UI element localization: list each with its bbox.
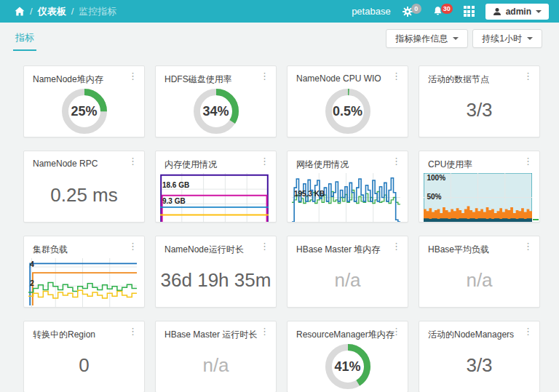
series-load-1m: [30, 263, 137, 305]
card-body: 0.25 ms: [24, 169, 144, 222]
chart-annotation: 195.3 KB: [294, 190, 325, 198]
metric-value: n/a: [202, 354, 229, 377]
card-body: n/a: [419, 254, 539, 307]
admin-menu-button[interactable]: admin: [485, 4, 549, 20]
apps-grid-button[interactable]: [464, 6, 475, 17]
card-menu-button[interactable]: ⋮: [523, 156, 533, 166]
card-menu-button[interactable]: ⋮: [392, 156, 401, 166]
card-title: NameNode CPU WIO: [296, 73, 381, 84]
duration-dropdown-button[interactable]: 持续1小时: [472, 29, 542, 48]
gauge-value: 41%: [325, 343, 371, 390]
card-body: 0: [24, 339, 144, 392]
card-regions-in-transition: 转换中的Region⋮0: [23, 321, 145, 392]
home-icon-glyph: [15, 7, 25, 16]
duration-label: 持续1小时: [482, 33, 522, 45]
card-hbase-master-uptime: HBase Master 运行时长⋮n/a: [155, 321, 277, 392]
toolbar-buttons: 指标操作信息 持续1小时: [386, 29, 542, 48]
chart-annotation: 4: [30, 260, 34, 268]
card-menu-button[interactable]: ⋮: [128, 156, 138, 166]
chevron-down-icon: [536, 10, 542, 13]
breadcrumb-separator: /: [30, 6, 33, 17]
card-active-nodemanagers: 活动的NodeManagers⋮3/3: [419, 321, 540, 392]
chart-annotation: 50%: [427, 193, 441, 201]
card-hbase-avg-load: HBase平均负载⋮n/a: [419, 236, 540, 308]
metric-value: 36d 19h 35m: [161, 269, 271, 292]
app-header: / 仪表板 / 监控指标 petabase 0: [0, 0, 559, 23]
card-body: n/a: [156, 339, 276, 392]
cards-grid: NameNode堆内存⋮25%HDFS磁盘使用率⋮34%NameNode CPU…: [23, 65, 540, 392]
card-hdfs-disk-usage: HDFS磁盘使用率⋮34%: [155, 65, 277, 137]
card-title: NameNode RPC: [33, 159, 98, 169]
gauge-namenode-heap: 25%: [61, 88, 108, 135]
mini-chart-svg: [28, 258, 137, 307]
notifications-bell-button[interactable]: 30: [432, 6, 453, 17]
card-cpu-usage: CPU使用率⋮100%50%: [419, 151, 540, 223]
gauge-resourcemanager-heap: 41%: [325, 343, 371, 390]
gauge-hdfs-disk-usage: 34%: [193, 88, 239, 135]
card-body: 3/3: [419, 84, 539, 137]
metric-actions-label: 指标操作信息: [395, 33, 448, 45]
header-right: petabase 0 30: [352, 4, 549, 20]
chart-annotation: 100%: [427, 174, 445, 182]
card-namenode-rpc: NameNode RPC⋮0.25 ms: [23, 151, 145, 223]
card-menu-button[interactable]: ⋮: [392, 241, 401, 251]
breadcrumb-dashboard-link[interactable]: 仪表板: [38, 5, 66, 18]
card-body: 0.5%: [288, 84, 408, 137]
card-menu-button[interactable]: ⋮: [392, 327, 401, 336]
card-menu-button[interactable]: ⋮: [128, 71, 138, 81]
breadcrumb-current-page: 监控指标: [79, 5, 116, 18]
chart-edge-tick: [533, 219, 539, 220]
card-menu-button[interactable]: ⋮: [523, 327, 533, 336]
breadcrumb-separator: /: [71, 6, 74, 17]
series-system: [424, 218, 532, 222]
gauge-value: 25%: [61, 88, 108, 135]
home-icon[interactable]: [15, 7, 25, 16]
metric-value: n/a: [466, 269, 492, 292]
card-menu-button[interactable]: ⋮: [260, 327, 269, 336]
metric-actions-dropdown-button[interactable]: 指标操作信息: [386, 29, 468, 48]
card-memory-usage: 内存使用情况⋮18.6 GB9.3 GB: [155, 151, 277, 223]
chart-annotation: 18.6 GB: [162, 181, 189, 189]
card-body: 3/3: [419, 339, 539, 392]
card-menu-button[interactable]: ⋮: [392, 71, 401, 81]
card-namenode-cpu-wio: NameNode CPU WIO⋮0.5%: [287, 65, 408, 137]
card-cluster-load: 集群负载⋮42: [23, 236, 145, 308]
card-title: 内存使用情况: [164, 159, 217, 171]
chart-network-usage: 195.3 KB: [292, 173, 400, 222]
card-title: 集群负载: [33, 244, 68, 256]
tab-metrics[interactable]: 指标: [13, 31, 36, 51]
gauge-value: 34%: [193, 88, 239, 135]
breadcrumb: / 仪表板 / 监控指标: [15, 5, 116, 18]
card-menu-button[interactable]: ⋮: [128, 241, 138, 251]
card-hbase-master-heap: HBase Master 堆内存⋮n/a: [287, 236, 408, 308]
tab-toolbar-row: 指标 指标操作信息 持续1小时: [0, 23, 559, 53]
admin-label: admin: [506, 7, 531, 17]
username-label: petabase: [352, 6, 391, 17]
card-title: 网络使用情况: [296, 159, 349, 171]
card-namenode-heap: NameNode堆内存⋮25%: [23, 65, 145, 137]
gauge-value: 0.5%: [325, 88, 371, 135]
card-menu-button[interactable]: ⋮: [260, 241, 269, 251]
user-icon: [493, 7, 501, 16]
card-body: 41%: [288, 339, 408, 392]
card-menu-button[interactable]: ⋮: [260, 71, 269, 81]
card-live-datanodes: 活动的数据节点⋮3/3: [419, 65, 540, 137]
card-menu-button[interactable]: ⋮: [523, 71, 533, 81]
card-menu-button[interactable]: ⋮: [260, 156, 269, 166]
gauge-namenode-cpu-wio: 0.5%: [325, 88, 371, 135]
metric-value: 3/3: [466, 99, 492, 121]
settings-gear-button[interactable]: 0: [402, 6, 421, 17]
card-title: CPU使用率: [428, 159, 472, 171]
chevron-down-icon: [453, 37, 459, 40]
card-body: n/a: [288, 254, 408, 307]
apps-grid-icon: [464, 6, 475, 17]
chart-cpu-usage: 100%50%: [424, 173, 532, 222]
card-menu-button[interactable]: ⋮: [523, 241, 533, 251]
metric-value: n/a: [334, 269, 360, 292]
card-namenode-uptime: NameNode运行时长⋮36d 19h 35m: [155, 236, 277, 308]
card-network-usage: 网络使用情况⋮195.3 KB: [287, 151, 408, 223]
card-menu-button[interactable]: ⋮: [128, 327, 138, 336]
chevron-down-icon: [527, 37, 533, 40]
metric-value: 0.25 ms: [50, 184, 118, 207]
card-resourcemanager-heap: ResourceManager堆内存⋮41%: [287, 321, 408, 392]
